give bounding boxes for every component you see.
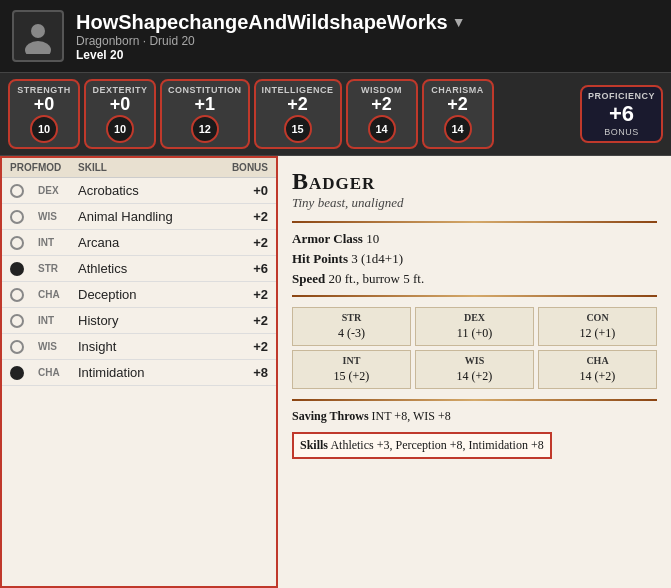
skill-bonus-4: +2 [218, 287, 268, 302]
skill-name-7: Intimidation [78, 365, 218, 380]
svg-point-0 [31, 24, 45, 38]
skill-proficiency-5 [10, 314, 24, 328]
creature-ability-str: STR 4 (-3) [292, 307, 411, 346]
skill-row[interactable]: INT Arcana +2 [2, 230, 276, 256]
skill-ability-6: WIS [38, 341, 78, 352]
prof-col-header: PROF [10, 162, 38, 173]
creature-ability-label-5: CHA [543, 355, 652, 366]
dexterity-score: 10 [106, 115, 134, 143]
skill-ability-3: STR [38, 263, 78, 274]
skill-row[interactable]: WIS Insight +2 [2, 334, 276, 360]
creature-ability-value-1: 11 (+0) [457, 326, 492, 340]
creature-ability-label-2: CON [543, 312, 652, 323]
skill-col-header: SKILL [78, 162, 218, 173]
stat-block-wisdom: WISDOM +2 14 [346, 79, 418, 149]
creature-ability-cha: CHA 14 (+2) [538, 350, 657, 389]
creature-ability-value-3: 15 (+2) [334, 369, 370, 383]
skill-row[interactable]: DEX Acrobatics +0 [2, 178, 276, 204]
skill-bonus-3: +6 [218, 261, 268, 276]
ability-grid: STR 4 (-3) DEX 11 (+0) CON 12 (+1) INT 1… [292, 307, 657, 389]
skill-name-6: Insight [78, 339, 218, 354]
hit-points-label: Hit Points [292, 251, 348, 266]
skill-name-3: Athletics [78, 261, 218, 276]
charisma-score: 14 [444, 115, 472, 143]
skill-row[interactable]: INT History +2 [2, 308, 276, 334]
skills-table-header: PROF MOD SKILL BONUS [2, 158, 276, 178]
creature-ability-con: CON 12 (+1) [538, 307, 657, 346]
svg-point-1 [25, 41, 51, 54]
skill-row[interactable]: WIS Animal Handling +2 [2, 204, 276, 230]
dropdown-arrow-icon[interactable]: ▼ [452, 14, 466, 30]
skill-bonus-2: +2 [218, 235, 268, 250]
divider-2 [292, 295, 657, 297]
main-content: PROF MOD SKILL BONUS DEX Acrobatics +0 W… [0, 156, 671, 588]
skills-list: DEX Acrobatics +0 WIS Animal Handling +2… [2, 178, 276, 386]
proficiency-sub-label: BONUS [604, 127, 639, 137]
constitution-score: 12 [191, 115, 219, 143]
skill-name-4: Deception [78, 287, 218, 302]
skill-proficiency-1 [10, 210, 24, 224]
constitution-modifier: +1 [194, 95, 215, 113]
divider-3 [292, 399, 657, 401]
skills-panel: PROF MOD SKILL BONUS DEX Acrobatics +0 W… [0, 156, 278, 588]
armor-class-label: Armor Class [292, 231, 363, 246]
intelligence-score: 15 [284, 115, 312, 143]
armor-class-line: Armor Class 10 [292, 231, 657, 247]
skill-row[interactable]: CHA Deception +2 [2, 282, 276, 308]
skill-proficiency-4 [10, 288, 24, 302]
skills-inline-value: Athletics +3, Perception +8, Intimidatio… [330, 438, 543, 452]
skill-proficiency-2 [10, 236, 24, 250]
skill-ability-2: INT [38, 237, 78, 248]
skill-ability-1: WIS [38, 211, 78, 222]
skill-ability-0: DEX [38, 185, 78, 196]
creature-ability-label-3: INT [297, 355, 406, 366]
skill-row[interactable]: STR Athletics +6 [2, 256, 276, 282]
intelligence-modifier: +2 [287, 95, 308, 113]
creature-ability-int: INT 15 (+2) [292, 350, 411, 389]
wisdom-modifier: +2 [371, 95, 392, 113]
creature-name: Badger [292, 168, 657, 195]
creature-ability-wis: WIS 14 (+2) [415, 350, 534, 389]
stat-block-intelligence: INTELLIGENCE +2 15 [254, 79, 342, 149]
strength-score: 10 [30, 115, 58, 143]
proficiency-label: PROFICIENCY [588, 91, 655, 101]
skills-line-container: Skills Athletics +3, Perception +8, Inti… [292, 428, 657, 463]
skill-proficiency-0 [10, 184, 24, 198]
mod-col-header: MOD [38, 162, 78, 173]
header: HowShapechangeAndWildshapeWorks ▼ Dragon… [0, 0, 671, 72]
creature-ability-value-5: 14 (+2) [580, 369, 616, 383]
character-class: Dragonborn · Druid 20 [76, 34, 659, 48]
character-name[interactable]: HowShapechangeAndWildshapeWorks ▼ [76, 11, 659, 34]
proficiency-bonus: +6 [609, 101, 634, 127]
stat-block-constitution: CONSTITUTION +1 12 [160, 79, 250, 149]
skill-row[interactable]: CHA Intimidation +8 [2, 360, 276, 386]
character-level: Level 20 [76, 48, 659, 62]
creature-ability-value-0: 4 (-3) [338, 326, 365, 340]
skill-bonus-7: +8 [218, 365, 268, 380]
hit-points-line: Hit Points 3 (1d4+1) [292, 251, 657, 267]
skill-ability-5: INT [38, 315, 78, 326]
speed-label: Speed [292, 271, 325, 286]
skill-bonus-1: +2 [218, 209, 268, 224]
charisma-modifier: +2 [447, 95, 468, 113]
creature-ability-dex: DEX 11 (+0) [415, 307, 534, 346]
creature-ability-value-2: 12 (+1) [580, 326, 616, 340]
proficiency-block: PROFICIENCY +6 BONUS [580, 85, 663, 143]
skill-name-2: Arcana [78, 235, 218, 250]
skill-name-0: Acrobatics [78, 183, 218, 198]
creature-ability-label-1: DEX [420, 312, 529, 323]
stats-bar: STRENGTH +0 10 DEXTERITY +0 10 CONSTITUT… [0, 72, 671, 156]
stat-block-dexterity: DEXTERITY +0 10 [84, 79, 156, 149]
avatar [12, 10, 64, 62]
stat-block-charisma: CHARISMA +2 14 [422, 79, 494, 149]
creature-type: Tiny beast, unaligned [292, 195, 657, 211]
skill-proficiency-6 [10, 340, 24, 354]
saving-throws-label: Saving Throws [292, 409, 369, 423]
speed-line: Speed 20 ft., burrow 5 ft. [292, 271, 657, 287]
saving-throws-line: Saving Throws INT +8, WIS +8 [292, 409, 657, 424]
header-info: HowShapechangeAndWildshapeWorks ▼ Dragon… [76, 11, 659, 62]
skill-name-5: History [78, 313, 218, 328]
creature-ability-value-4: 14 (+2) [457, 369, 493, 383]
wisdom-score: 14 [368, 115, 396, 143]
skills-inline-label: Skills [300, 438, 328, 452]
